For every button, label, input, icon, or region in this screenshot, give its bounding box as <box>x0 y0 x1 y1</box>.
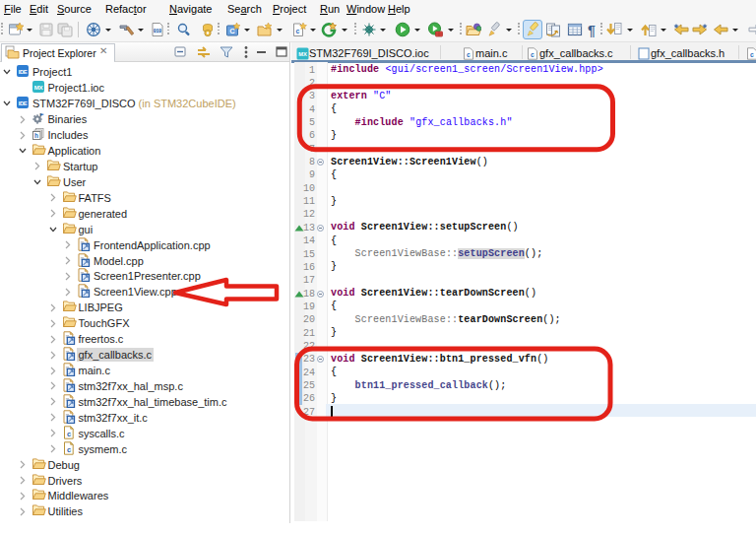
svg-text:c: c <box>750 51 754 58</box>
svg-text:c: c <box>66 429 70 437</box>
svg-text:IDE: IDE <box>19 69 28 75</box>
svg-text:MX: MX <box>298 51 307 57</box>
svg-text:h: h <box>34 132 38 139</box>
svg-text:¶: ¶ <box>588 23 596 38</box>
svg-text:010: 010 <box>154 29 162 33</box>
svg-text:c: c <box>531 51 535 58</box>
svg-text:c: c <box>296 28 300 34</box>
svg-text:c: c <box>66 444 70 453</box>
svg-text:IDE: IDE <box>19 100 28 106</box>
svg-text:c: c <box>467 51 471 58</box>
svg-text:MX: MX <box>33 84 43 91</box>
